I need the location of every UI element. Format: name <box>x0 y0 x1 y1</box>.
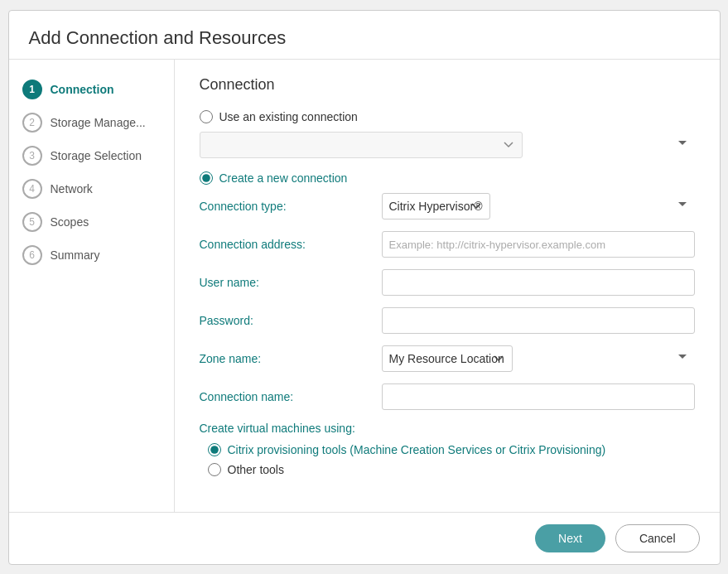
zone-name-label: Zone name: <box>200 352 382 365</box>
connection-type-label: Connection type: <box>200 200 382 213</box>
sidebar: 1 Connection 2 Storage Manage... 3 Stora… <box>9 60 175 512</box>
vm-citrix-label[interactable]: Citrix provisioning tools (Machine Creat… <box>228 443 606 456</box>
sidebar-item-storage-manage[interactable]: 2 Storage Manage... <box>9 106 174 139</box>
main-content: Connection Use an existing connection Cr… <box>175 60 720 512</box>
dialog-title: Add Connection and Resources <box>29 27 700 49</box>
use-existing-label[interactable]: Use an existing connection <box>219 110 358 123</box>
connection-type-select-wrapper: Citrix Hypervisor® <box>382 193 695 219</box>
step-circle-1: 1 <box>22 80 42 99</box>
step-circle-3: 3 <box>22 146 42 166</box>
dialog-footer: Next Cancel <box>9 512 720 564</box>
vm-section-title: Create virtual machines using: <box>200 422 695 435</box>
connection-address-label: Connection address: <box>200 238 382 251</box>
step-circle-5: 5 <box>22 212 42 232</box>
connection-type-select[interactable]: Citrix Hypervisor® <box>382 193 490 219</box>
connection-name-input[interactable] <box>382 383 695 410</box>
sidebar-item-summary[interactable]: 6 Summary <box>9 239 174 272</box>
sidebar-item-scopes[interactable]: 5 Scopes <box>9 205 174 239</box>
vm-citrix-radio[interactable] <box>208 443 221 456</box>
form-section: Connection type: Citrix Hypervisor® Conn… <box>200 193 695 410</box>
sidebar-label-storage-manage: Storage Manage... <box>51 116 146 129</box>
dialog-header: Add Connection and Resources <box>9 11 720 60</box>
step-circle-4: 4 <box>22 179 42 199</box>
zone-name-select-wrapper: My Resource Location <box>382 345 695 372</box>
create-new-label[interactable]: Create a new connection <box>219 171 348 185</box>
connection-name-row: Connection name: <box>200 383 695 410</box>
create-new-row: Create a new connection <box>200 171 695 185</box>
user-name-row: User name: <box>200 269 695 296</box>
sidebar-item-connection[interactable]: 1 Connection <box>9 73 174 106</box>
vm-section: Create virtual machines using: Citrix pr… <box>200 422 695 476</box>
sidebar-label-summary: Summary <box>51 248 100 262</box>
sidebar-item-storage-selection[interactable]: 3 Storage Selection <box>9 139 174 172</box>
section-title: Connection <box>200 76 695 94</box>
existing-connection-select[interactable] <box>200 132 523 158</box>
connection-address-input[interactable] <box>382 231 695 258</box>
connection-type-row: Connection type: Citrix Hypervisor® <box>200 193 695 219</box>
zone-name-row: Zone name: My Resource Location <box>200 345 695 372</box>
sidebar-label-scopes: Scopes <box>51 215 89 229</box>
connection-address-row: Connection address: <box>200 231 695 258</box>
existing-connection-dropdown-row <box>200 132 695 158</box>
cancel-button[interactable]: Cancel <box>615 524 700 552</box>
vm-option-citrix-row: Citrix provisioning tools (Machine Creat… <box>208 443 695 456</box>
sidebar-label-storage-selection: Storage Selection <box>51 149 142 162</box>
sidebar-label-connection: Connection <box>51 83 114 96</box>
vm-other-radio[interactable] <box>208 463 221 476</box>
user-name-input[interactable] <box>382 269 695 296</box>
next-button[interactable]: Next <box>535 524 605 552</box>
sidebar-item-network[interactable]: 4 Network <box>9 172 174 205</box>
existing-connection-select-wrapper <box>200 132 695 158</box>
use-existing-radio[interactable] <box>200 110 213 123</box>
sidebar-label-network: Network <box>51 182 93 195</box>
password-label: Password: <box>200 314 382 327</box>
vm-other-label[interactable]: Other tools <box>228 463 284 476</box>
dialog: Add Connection and Resources 1 Connectio… <box>8 10 721 565</box>
use-existing-row: Use an existing connection <box>200 110 695 123</box>
step-circle-2: 2 <box>22 113 42 133</box>
connection-name-label: Connection name: <box>200 390 382 403</box>
password-row: Password: <box>200 307 695 334</box>
dialog-body: 1 Connection 2 Storage Manage... 3 Stora… <box>9 60 720 512</box>
create-new-radio[interactable] <box>200 171 213 185</box>
user-name-label: User name: <box>200 276 382 289</box>
zone-name-select[interactable]: My Resource Location <box>382 345 513 372</box>
vm-option-other-row: Other tools <box>208 463 695 476</box>
step-circle-6: 6 <box>22 245 42 265</box>
password-input[interactable] <box>382 307 695 334</box>
